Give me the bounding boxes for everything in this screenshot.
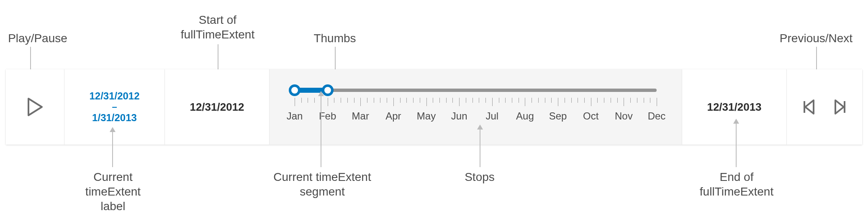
tick-minor (347, 98, 348, 103)
annotation-play-pause: Play/Pause (0, 31, 80, 46)
slider-rail (295, 89, 657, 92)
arrow-head (318, 91, 324, 96)
tick-minor (308, 98, 308, 103)
tick-label: Jun (451, 110, 467, 122)
tick-minor (637, 98, 637, 103)
tick-minor (466, 98, 466, 103)
arrow-line (480, 130, 480, 167)
tick-label: Dec (648, 110, 666, 122)
tick-label: Apr (385, 110, 401, 122)
slider-track-area: JanFebMarAprMayJunJulAugSepOctNovDec (270, 69, 682, 145)
full-extent-start-label: 12/31/2012 (165, 69, 270, 145)
next-icon (834, 99, 846, 114)
annotation-current-segment: Current timeExtent segment (251, 170, 393, 199)
tick-minor (354, 98, 354, 103)
tick-minor (473, 98, 473, 103)
tick-label: Mar (352, 110, 369, 122)
tick-major (295, 98, 295, 106)
tick-major (459, 98, 460, 106)
tick-minor (519, 98, 519, 103)
full-extent-end-label: 12/31/2013 (682, 69, 787, 145)
tick-major (525, 98, 525, 106)
tick-minor (538, 98, 539, 103)
tick-minor (505, 98, 506, 103)
tick-minor (367, 98, 367, 103)
play-icon (27, 98, 44, 116)
tick-minor (545, 98, 545, 103)
tick-major (393, 98, 394, 106)
tick-label: Feb (319, 110, 336, 122)
tick-major (328, 98, 328, 106)
tick-label: Jul (485, 110, 498, 122)
tick-minor (604, 98, 604, 103)
tick-minor (301, 98, 302, 103)
tick-minor (314, 98, 315, 103)
tick-major (558, 98, 558, 106)
svg-marker-3 (835, 100, 844, 114)
tick-minor (406, 98, 407, 103)
nav-buttons (787, 69, 862, 145)
tick-label: Aug (516, 110, 534, 122)
tick-minor (446, 98, 447, 103)
annotation-start-full: Start of fullTimeExtent (159, 13, 276, 42)
tick-minor (374, 98, 374, 103)
slider-tick-labels: JanFebMarAprMayJunJulAugSepOctNovDec (295, 110, 657, 123)
tick-minor (400, 98, 401, 103)
arrow-head (477, 125, 483, 130)
tick-minor (479, 98, 479, 103)
tick-major (657, 98, 657, 106)
previous-icon (803, 99, 815, 114)
tick-minor (630, 98, 631, 103)
time-slider-widget: 12/31/2012 – 1/31/2013 12/31/2012 JanFeb… (6, 69, 862, 145)
slider-thumb-start[interactable] (289, 84, 300, 96)
annotation-prev-next: Previous/Next (766, 31, 866, 46)
tick-minor (420, 98, 420, 103)
annotation-end-full: End of fullTimeExtent (678, 170, 795, 199)
tick-minor (433, 98, 433, 103)
tick-minor (341, 98, 341, 103)
tick-minor (611, 98, 611, 103)
current-extent-separator: – (112, 102, 117, 112)
tick-major (624, 98, 624, 106)
arrow-line (321, 96, 321, 167)
tick-major (360, 98, 361, 106)
next-button[interactable] (834, 99, 846, 114)
slider-ticks (295, 98, 657, 109)
tick-minor (578, 98, 578, 103)
tick-minor (571, 98, 572, 103)
tick-major (591, 98, 591, 106)
tick-minor (650, 98, 650, 103)
tick-minor (532, 98, 532, 103)
current-extent-start: 12/31/2012 (89, 90, 139, 102)
annotation-current-label: Current timeExtent label (71, 170, 155, 213)
tick-minor (551, 98, 552, 103)
tick-label: Jan (287, 110, 303, 122)
tick-label: Nov (615, 110, 633, 122)
tick-minor (452, 98, 453, 103)
tick-minor (565, 98, 565, 103)
tick-label: Sep (549, 110, 567, 122)
play-pause-button[interactable] (6, 69, 64, 145)
tick-minor (334, 98, 334, 103)
tick-minor (380, 98, 380, 103)
tick-minor (597, 98, 598, 103)
tick-minor (617, 98, 618, 103)
tick-minor (439, 98, 440, 103)
svg-marker-0 (28, 99, 42, 115)
current-time-extent-label: 12/31/2012 – 1/31/2013 (64, 69, 165, 145)
tick-minor (387, 98, 387, 103)
tick-minor (413, 98, 413, 103)
tick-label: Oct (583, 110, 598, 122)
tick-label: May (417, 110, 436, 122)
tick-minor (485, 98, 486, 103)
tick-major (426, 98, 427, 106)
current-extent-end: 1/31/2013 (92, 112, 137, 124)
previous-button[interactable] (803, 99, 815, 114)
arrow-line (736, 124, 737, 167)
arrow-head (733, 119, 739, 124)
tick-major (492, 98, 493, 106)
tick-minor (499, 98, 499, 103)
tick-minor (644, 98, 644, 103)
tick-minor (512, 98, 512, 103)
arrow-line (112, 132, 113, 167)
